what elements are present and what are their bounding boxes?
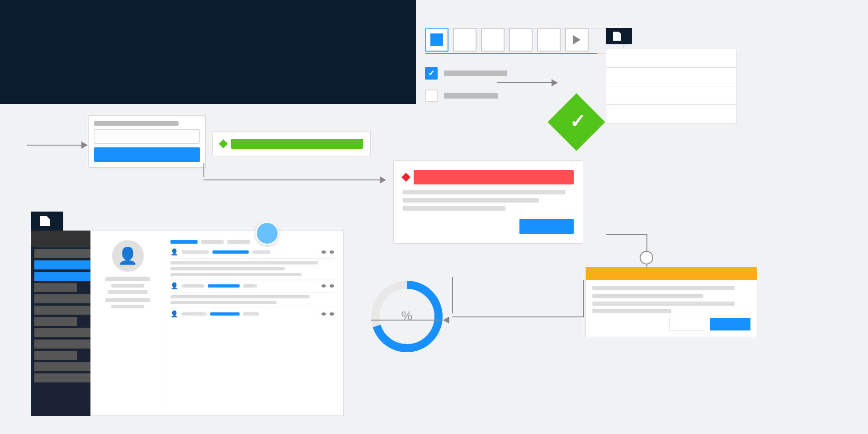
tr3-c3 — [243, 284, 257, 288]
orange-header-bar — [586, 267, 757, 280]
profile-right: 👤 👤 — [170, 240, 334, 317]
arrow-3 — [497, 79, 558, 86]
tr5-dot1 — [321, 312, 326, 316]
checkbox-checked[interactable]: ✓ — [425, 67, 438, 80]
table-row-1: 👤 — [170, 248, 334, 255]
arrow-1 — [27, 142, 88, 149]
tr4-c2 — [170, 301, 277, 304]
error-widget — [393, 160, 583, 244]
fw-label — [94, 121, 179, 126]
faq-doc-icon — [613, 32, 621, 41]
tr4-c1 — [170, 295, 310, 298]
dash-menu-10[interactable] — [34, 351, 77, 360]
faq-item-hero[interactable] — [606, 68, 736, 86]
profile-tab-1[interactable] — [201, 240, 224, 244]
fw-button[interactable] — [94, 147, 200, 162]
dash-menu-3[interactable] — [34, 272, 94, 281]
profile-name-bar — [105, 277, 150, 281]
tr3-dot1 — [321, 284, 326, 288]
table-divider-4 — [170, 307, 334, 307]
arrow-head-3 — [552, 79, 558, 86]
bottom-h-line — [452, 316, 583, 317]
orange-widget — [585, 267, 757, 337]
avatar-person-icon: 👤 — [118, 246, 138, 265]
tr3-c1 — [182, 284, 204, 288]
error-cta-button[interactable] — [519, 219, 574, 234]
o-line-2 — [592, 294, 703, 298]
dash-menu-7[interactable] — [34, 317, 77, 326]
error-line-2 — [403, 198, 539, 203]
table-divider-1 — [170, 258, 334, 259]
success-checkmark: ✓ — [569, 110, 585, 132]
progress-widget — [212, 131, 371, 156]
table-row-3: 👤 — [170, 282, 334, 289]
fw-input[interactable] — [94, 129, 200, 144]
arrow-vert-4 — [452, 277, 453, 313]
faq-label — [606, 28, 632, 44]
checkbox-unchecked[interactable] — [425, 90, 438, 102]
spacer — [380, 313, 381, 314]
step-badge — [255, 222, 279, 245]
tr1-c2 — [212, 250, 249, 254]
dashboard-label — [31, 212, 63, 231]
profile-tab-active[interactable] — [170, 240, 198, 244]
arrow-line-3 — [497, 82, 552, 83]
person-icon-1: 👤 — [170, 248, 178, 255]
orange-cancel-btn[interactable] — [669, 318, 705, 330]
dash-menu-12[interactable] — [34, 373, 94, 382]
error-input-bar — [414, 170, 574, 184]
arrow-right-to-donut — [371, 316, 449, 324]
o-line-1 — [592, 286, 735, 290]
hero-section — [0, 0, 416, 104]
orange-body — [586, 280, 757, 337]
table-divider-2 — [170, 279, 334, 279]
checkbox-label-bar-2 — [444, 93, 498, 99]
tabs-container — [425, 28, 624, 54]
arrow-head-2 — [380, 176, 386, 184]
dash-menu-4[interactable] — [34, 283, 77, 292]
tr5-c3 — [243, 312, 259, 316]
orange-btn-row — [592, 318, 750, 330]
profile-email-bar — [108, 290, 147, 294]
orange-confirm-btn[interactable] — [710, 318, 750, 330]
o-line-4 — [592, 309, 671, 313]
profile-card: 👤 👤 — [90, 231, 344, 416]
progress-bar — [231, 139, 363, 149]
checkbox-label-bar — [444, 71, 507, 76]
circle-connector — [640, 251, 653, 264]
dash-menu-9[interactable] — [34, 340, 94, 349]
profile-avatar: 👤 — [112, 240, 144, 272]
faq-item-navbar[interactable] — [606, 49, 736, 68]
error-btn-row — [403, 215, 574, 234]
faq-item-footer[interactable] — [606, 105, 736, 123]
tr3-dot2 — [330, 284, 334, 288]
arrow-2 — [203, 176, 386, 184]
conn-v-line-1 — [203, 163, 204, 177]
faq-h-line — [606, 234, 646, 235]
profile-tab-2[interactable] — [227, 240, 250, 244]
arrow-line-2 — [203, 179, 380, 180]
progress-diamond-icon — [219, 139, 228, 148]
checkbox-row-unchecked — [425, 90, 507, 102]
profile-tabs — [170, 240, 334, 244]
progress-row — [220, 139, 363, 149]
person-icon-3: 👤 — [170, 310, 178, 317]
tr5-c1 — [182, 312, 207, 316]
error-line-3 — [403, 206, 505, 211]
table-row-5: 👤 — [170, 310, 334, 317]
dash-menu-6[interactable] — [34, 306, 94, 315]
tr5-c2 — [210, 312, 240, 316]
arrow-head-left — [443, 316, 449, 324]
person-icon-2: 👤 — [170, 282, 178, 289]
faq-item-pricing[interactable] — [606, 86, 736, 105]
arrow-line-1 — [27, 145, 81, 146]
form-widget — [88, 115, 206, 168]
arrow-line-to-donut — [371, 320, 443, 321]
profile-table: 👤 👤 — [170, 248, 334, 317]
o-line-3 — [592, 302, 735, 306]
tr2-c1 — [170, 261, 318, 264]
tr3-c2 — [208, 284, 240, 288]
tr2-c2 — [170, 267, 285, 270]
bottom-v-line — [583, 280, 584, 317]
checkbox-row-checked: ✓ — [425, 67, 507, 80]
